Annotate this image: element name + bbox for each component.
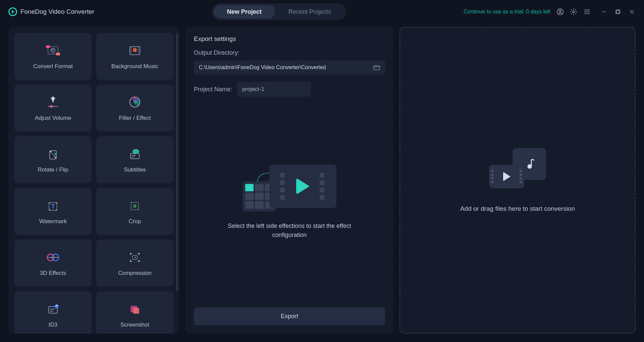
watermark-icon: T <box>45 198 61 213</box>
background-music-icon <box>126 43 143 58</box>
tool-label: Rotate / Flip <box>38 166 68 173</box>
tool-adjust-volume[interactable]: Adjust Volume <box>14 85 92 132</box>
tool-subtitles[interactable]: Subtitles <box>96 136 173 183</box>
tool-label: Background Music <box>111 63 158 70</box>
crop-icon <box>126 198 143 213</box>
svg-point-19 <box>138 47 139 48</box>
svg-point-38 <box>49 202 50 204</box>
effect-hint-text: Select the left side effections to start… <box>222 222 357 240</box>
tab-new-project[interactable]: New Project <box>214 5 275 18</box>
tool-label: ID3 <box>49 322 57 328</box>
tool-crop[interactable]: Crop <box>96 188 173 235</box>
tool-label: Watermark <box>39 218 67 225</box>
svg-point-16 <box>131 47 132 48</box>
maximize-icon[interactable] <box>614 8 622 15</box>
svg-point-12 <box>51 48 55 52</box>
close-icon[interactable] <box>628 8 636 15</box>
export-settings-header: Export settings <box>194 35 385 43</box>
tool-label: 3D Effects <box>40 270 66 277</box>
svg-text:T: T <box>51 203 55 210</box>
tool-compression[interactable]: Compression <box>96 240 173 287</box>
svg-point-17 <box>131 49 132 50</box>
convert-format-icon <box>45 43 61 58</box>
tab-recent-projects[interactable]: Recent Projects <box>275 5 344 18</box>
scrollbar[interactable] <box>176 33 178 291</box>
project-name-input[interactable] <box>237 82 311 97</box>
logo-icon <box>8 7 17 16</box>
tool-label: Subtitles <box>124 166 146 173</box>
tool-watermark[interactable]: T Watermark <box>14 188 92 235</box>
account-icon[interactable] <box>556 8 564 15</box>
effect-illustration <box>243 164 336 211</box>
output-directory-field[interactable]: C:\Users\admin\FoneDog Video Converter\C… <box>194 60 385 75</box>
tool-label: Convert Format <box>33 63 73 70</box>
svg-point-32 <box>55 157 56 158</box>
svg-point-44 <box>133 204 137 208</box>
svg-point-39 <box>56 202 57 204</box>
tool-3d-effects[interactable]: 3D Effects <box>14 240 92 287</box>
tool-label: Adjust Volume <box>35 115 71 121</box>
tool-convert-format[interactable]: Convert Format <box>14 33 92 80</box>
gear-icon[interactable] <box>570 8 577 15</box>
output-directory-label: Output Directory: <box>194 49 385 56</box>
filter-effect-icon <box>126 95 143 110</box>
svg-point-40 <box>49 209 50 210</box>
svg-point-21 <box>138 51 139 52</box>
logo: FoneDog Video Converter <box>8 7 94 16</box>
compression-icon <box>126 250 143 265</box>
tool-rotate-flip[interactable]: Rotate / Flip <box>14 136 92 183</box>
screenshot-icon <box>126 301 143 316</box>
svg-point-36 <box>132 149 139 154</box>
svg-rect-54 <box>133 308 139 314</box>
app-title: FoneDog Video Converter <box>20 8 94 15</box>
adjust-volume-icon <box>45 95 61 110</box>
svg-rect-13 <box>46 45 50 48</box>
menu-icon[interactable] <box>583 8 591 15</box>
svg-point-41 <box>56 209 57 210</box>
svg-point-1 <box>559 10 561 12</box>
export-panel: Export settings Output Directory: C:\Use… <box>185 27 393 334</box>
drop-zone[interactable]: Add or drag files here to start conversi… <box>399 27 636 334</box>
tool-label: Filter / Effect <box>119 115 151 121</box>
minimize-icon[interactable] <box>600 8 607 15</box>
project-tabs: New Project Recent Projects <box>212 3 346 20</box>
svg-rect-14 <box>56 53 60 55</box>
tool-background-music[interactable]: Background Music <box>96 33 173 80</box>
id3-icon <box>45 301 61 316</box>
output-path-value: C:\Users\admin\FoneDog Video Converter\C… <box>199 64 326 70</box>
3d-effects-icon <box>45 250 61 265</box>
project-name-label: Project Name: <box>194 86 232 93</box>
tool-label: Compression <box>118 270 152 277</box>
tool-filter-effect[interactable]: Filter / Effect <box>96 85 173 132</box>
tool-screenshot[interactable]: Screenshot <box>96 291 173 334</box>
svg-point-23 <box>133 48 137 52</box>
svg-point-18 <box>131 51 132 52</box>
svg-point-20 <box>138 49 139 50</box>
drop-zone-text: Add or drag files here to start conversi… <box>460 205 575 212</box>
svg-point-25 <box>50 105 53 108</box>
tool-label: Crop <box>129 218 141 225</box>
export-button[interactable]: Export <box>194 307 385 325</box>
titlebar: FoneDog Video Converter New Project Rece… <box>0 0 644 23</box>
drop-illustration <box>489 148 546 188</box>
rotate-flip-icon <box>45 146 61 161</box>
folder-icon[interactable] <box>373 65 380 70</box>
tools-panel: Convert Format Background Music Adjust V… <box>8 27 179 334</box>
svg-rect-55 <box>374 66 380 70</box>
subtitles-icon <box>126 146 143 161</box>
svg-point-31 <box>50 151 51 152</box>
svg-point-2 <box>573 11 575 13</box>
tool-id3[interactable]: ID3 <box>14 291 92 334</box>
tool-label: Screenshot <box>120 322 149 328</box>
trial-status[interactable]: Continue to use as a trial: 0 days left <box>464 9 550 15</box>
